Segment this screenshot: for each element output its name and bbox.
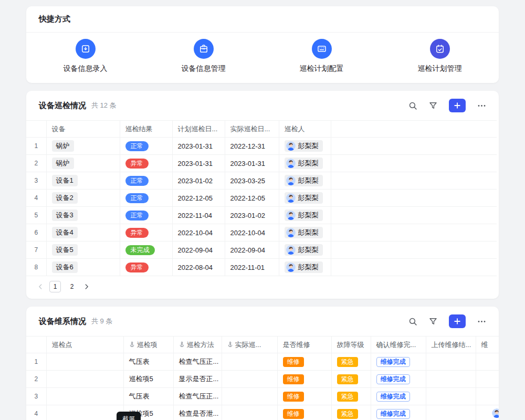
more-button[interactable] [477, 101, 486, 110]
cell-point[interactable] [46, 405, 123, 420]
cell-point[interactable] [46, 353, 123, 371]
cell-device[interactable]: 设备3 [46, 207, 120, 224]
cell-actual_date[interactable]: 2022-11-01 [225, 259, 279, 276]
cell-actual_date[interactable]: 2023-01-31 [225, 155, 279, 172]
cell-actual_date[interactable]: 2022-12-05 [225, 190, 279, 207]
repair-complete-button[interactable]: 维修完成 [376, 357, 410, 367]
col-header-extra[interactable]: 维 [476, 337, 499, 353]
cell-point[interactable] [46, 388, 123, 405]
cell-result[interactable]: 正常 [120, 190, 172, 207]
cell-inspector[interactable]: 彭梨梨 [279, 224, 331, 242]
cell-upload[interactable] [426, 388, 476, 405]
cell-device[interactable]: 设备4 [46, 224, 120, 242]
cell-upload[interactable] [426, 371, 476, 388]
cell-item[interactable]: 气压表 [123, 353, 173, 371]
cell-plan_date[interactable]: 2022-08-04 [172, 259, 225, 276]
cell-method[interactable]: 检查气压正... [173, 353, 222, 371]
cell-actual[interactable] [222, 405, 277, 420]
cell-result[interactable]: 异常 [120, 224, 172, 242]
cell-extra[interactable] [476, 388, 499, 405]
cell-plan_date[interactable]: 2022-11-04 [172, 207, 225, 224]
next-page-button[interactable] [83, 283, 90, 290]
cell-item[interactable]: 气压表 [123, 388, 173, 405]
cell-plan_date[interactable]: 2022-12-05 [172, 190, 225, 207]
cell-plan_date[interactable]: 2023-01-31 [172, 155, 225, 172]
search-icon[interactable] [408, 101, 417, 110]
page-button-1[interactable]: 1 [49, 281, 61, 292]
col-header-plan_date[interactable]: 计划巡检日... [172, 121, 225, 138]
cell-inspector[interactable]: 彭梨梨 [279, 155, 331, 172]
col-header-actual_date[interactable]: 实际巡检日... [225, 121, 279, 138]
cell-upload[interactable] [426, 405, 476, 420]
cell-inspector[interactable]: 彭梨梨 [279, 207, 331, 224]
col-header-confirm[interactable]: 确认维修完... [371, 337, 426, 353]
cell-inspector[interactable]: 彭梨梨 [279, 190, 331, 207]
cell-result[interactable]: 正常 [120, 172, 172, 190]
cell-actual_date[interactable]: 2023-03-25 [225, 172, 279, 190]
shortcut-3[interactable]: 巡检计划配置 [262, 39, 381, 74]
cell-device[interactable]: 设备5 [46, 242, 120, 259]
cell-repair[interactable]: 维修 [277, 353, 331, 371]
cell-plan_date[interactable]: 2022-10-04 [172, 224, 225, 242]
cell-plan_date[interactable]: 2023-01-31 [172, 138, 225, 155]
cell-level[interactable]: 紧急 [331, 405, 371, 420]
cell-repair[interactable]: 维修 [277, 388, 331, 405]
col-header-device[interactable]: 设备 [46, 121, 120, 138]
repair-complete-button[interactable]: 维修完成 [376, 374, 410, 384]
cell-result[interactable]: 正常 [120, 138, 172, 155]
col-header-result[interactable]: 巡检结果 [120, 121, 172, 138]
cell-confirm[interactable]: 维修完成 [371, 388, 426, 405]
cell-actual_date[interactable]: 2022-12-31 [225, 138, 279, 155]
cell-actual_date[interactable]: 2022-09-04 [225, 242, 279, 259]
search-icon[interactable] [408, 317, 417, 326]
col-header-inspector[interactable]: 巡检人 [279, 121, 331, 138]
cell-level[interactable]: 紧急 [331, 388, 371, 405]
cell-extra[interactable] [476, 405, 499, 420]
col-header-method[interactable]: 巡检方法 [173, 337, 222, 353]
col-header-level[interactable]: 故障等级 [331, 337, 371, 353]
add-record-button[interactable] [449, 99, 466, 112]
shortcut-4[interactable]: 巡检计划管理 [381, 39, 499, 74]
cell-confirm[interactable]: 维修完成 [371, 405, 426, 420]
cell-actual_date[interactable]: 2023-01-02 [225, 207, 279, 224]
cell-inspector[interactable]: 彭梨梨 [279, 172, 331, 190]
cell-extra[interactable] [476, 371, 499, 388]
cell-actual_date[interactable]: 2022-10-04 [225, 224, 279, 242]
cell-extra[interactable] [476, 353, 499, 371]
cell-device[interactable]: 设备2 [46, 190, 120, 207]
cell-result[interactable]: 未完成 [120, 242, 172, 259]
cell-actual[interactable] [222, 371, 277, 388]
cell-plan_date[interactable]: 2023-01-02 [172, 172, 225, 190]
shortcut-1[interactable]: 设备信息录入 [26, 39, 144, 74]
col-header-upload[interactable]: 上传维修结... [426, 337, 476, 353]
cell-item[interactable]: 巡检项5 [123, 371, 173, 388]
cell-device[interactable]: 锅炉 [46, 155, 120, 172]
more-button[interactable] [477, 317, 486, 326]
filter-icon[interactable] [429, 101, 437, 110]
cell-level[interactable]: 紧急 [331, 353, 371, 371]
cell-actual[interactable] [222, 353, 277, 371]
cell-repair[interactable]: 维修 [277, 371, 331, 388]
cell-point[interactable] [46, 371, 123, 388]
cell-inspector[interactable]: 彭梨梨 [279, 242, 331, 259]
cell-repair[interactable]: 维修 [277, 405, 331, 420]
cell-actual[interactable] [222, 388, 277, 405]
cell-confirm[interactable]: 维修完成 [371, 371, 426, 388]
cell-device[interactable]: 设备1 [46, 172, 120, 190]
col-header-repair[interactable]: 是否维修 [277, 337, 331, 353]
cell-result[interactable]: 正常 [120, 207, 172, 224]
cell-method[interactable]: 检查是否泄... [173, 405, 222, 420]
cell-result[interactable]: 异常 [120, 155, 172, 172]
cell-method[interactable]: 显示是否正... [173, 371, 222, 388]
col-header-actual[interactable]: 实际巡... [222, 337, 277, 353]
cell-level[interactable]: 紧急 [331, 371, 371, 388]
cell-inspector[interactable]: 彭梨梨 [279, 138, 331, 155]
col-header-item[interactable]: 巡检项 [123, 337, 173, 353]
cell-plan_date[interactable]: 2022-09-04 [172, 242, 225, 259]
cell-device[interactable]: 锅炉 [46, 138, 120, 155]
prev-page-button[interactable] [37, 283, 44, 290]
cell-inspector[interactable]: 彭梨梨 [279, 259, 331, 276]
cell-result[interactable]: 异常 [120, 259, 172, 276]
cell-confirm[interactable]: 维修完成 [371, 353, 426, 371]
repair-complete-button[interactable]: 维修完成 [376, 409, 410, 419]
